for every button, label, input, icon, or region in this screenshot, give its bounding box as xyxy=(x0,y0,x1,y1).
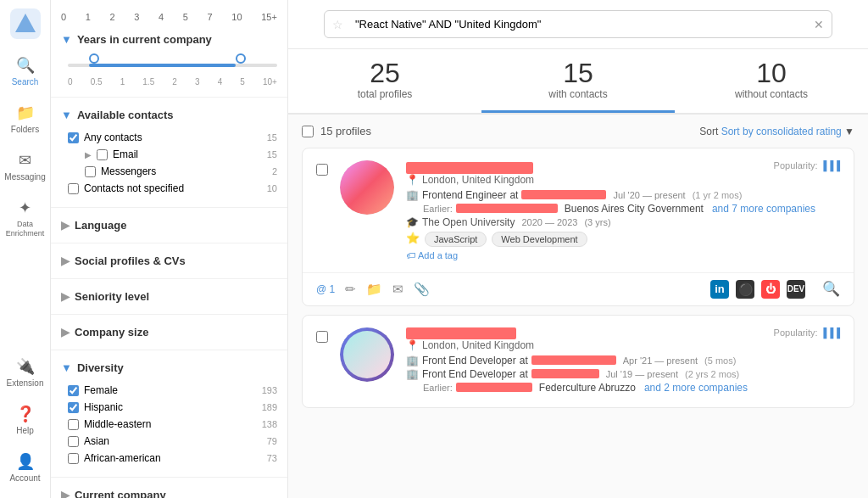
filter-language-section: ▶ Language xyxy=(51,211,287,239)
job-company-redacted-2a xyxy=(531,355,616,365)
filter-seniority-header[interactable]: ▶ Seniority level xyxy=(61,286,277,307)
more-companies-link-1[interactable]: and 7 more companies xyxy=(712,203,815,215)
job-dates-2b: Jul '19 — present xyxy=(606,369,678,379)
african-american-checkbox[interactable] xyxy=(68,453,79,464)
clear-search-icon[interactable]: ✕ xyxy=(814,18,824,31)
dev-icon[interactable]: DEV xyxy=(787,280,805,299)
job-title-1: Frontend Engineer xyxy=(422,189,506,201)
location-icon-1: 📍 xyxy=(406,174,419,186)
middle-eastern-item[interactable]: Middle-eastern 138 xyxy=(68,416,277,433)
profile-card-footer-1: @ 1 ✏ 📁 ✉ 📎 in ⚫ ⏻ DEV 🔍 xyxy=(303,272,854,305)
filter-social-label: Social profiles & CVs xyxy=(75,255,186,267)
sidebar-item-messaging[interactable]: ✉ Messaging xyxy=(3,144,47,188)
female-item[interactable]: Female 193 xyxy=(68,382,277,399)
select-all-checkbox[interactable] xyxy=(302,126,314,137)
profile-select-checkbox-1[interactable] xyxy=(316,164,328,176)
any-contacts-item[interactable]: Any contacts 15 xyxy=(68,129,277,146)
app-logo[interactable] xyxy=(10,8,41,39)
sidebar-item-folders[interactable]: 📁 Folders xyxy=(3,97,47,141)
popularity-1: Popularity: ▐▐▐ xyxy=(774,160,840,171)
add-tag-1[interactable]: 🏷 Add a tag xyxy=(406,250,840,260)
tag-web-development[interactable]: Web Development xyxy=(492,232,587,247)
job-at-2b: at xyxy=(520,368,528,380)
email-icon[interactable]: ✉ xyxy=(392,282,403,297)
asian-item[interactable]: Asian 79 xyxy=(68,433,277,450)
email-checkbox[interactable] xyxy=(97,149,108,160)
filter-years-header[interactable]: ▼ Years in current company xyxy=(61,29,277,50)
messengers-label: Messengers xyxy=(101,165,156,177)
filter-language-header[interactable]: ▶ Language xyxy=(61,215,277,236)
folders-icon: 📁 xyxy=(16,104,35,122)
sort-by: Sort Sort by consolidated rating ▼ xyxy=(699,126,854,137)
filter-current-company-header[interactable]: ▶ Current company xyxy=(61,484,277,498)
female-checkbox[interactable] xyxy=(68,385,79,396)
search-input[interactable] xyxy=(324,10,832,38)
years-slider[interactable] xyxy=(68,57,277,74)
profile-select-checkbox-2[interactable] xyxy=(316,331,328,343)
stat-total[interactable]: 25 total profiles xyxy=(288,49,481,113)
stat-without-contacts[interactable]: 10 without contacts xyxy=(675,49,868,113)
tag-javascript[interactable]: JavaScript xyxy=(425,232,487,247)
folder-icon[interactable]: 📁 xyxy=(366,282,382,297)
hispanic-count: 189 xyxy=(262,402,277,412)
sidebar-item-data-enrichment[interactable]: ✦ Data Enrichment xyxy=(3,192,47,245)
earlier-company-2: Federculture Abruzzo xyxy=(539,382,636,394)
slider-thumb-right[interactable] xyxy=(236,53,246,64)
filter-years-label: Years in current company xyxy=(77,33,212,46)
middle-eastern-count: 138 xyxy=(262,419,277,429)
attach-icon[interactable]: 📎 xyxy=(414,282,430,297)
filter-social-header[interactable]: ▶ Social profiles & CVs xyxy=(61,250,277,271)
edit-icon[interactable]: ✏ xyxy=(345,282,356,297)
help-icon: ❓ xyxy=(16,405,35,423)
asian-checkbox[interactable] xyxy=(68,436,79,447)
filter-diversity-section: ▼ Diversity Female 193 Hispanic 189 Midd… xyxy=(51,354,287,473)
search-bar-container: ☆ ✕ xyxy=(288,0,868,49)
profile-checkbox-1[interactable] xyxy=(316,160,328,260)
messengers-item[interactable]: Messengers 2 xyxy=(68,163,277,180)
sidebar-item-data-enrichment-label: Data Enrichment xyxy=(6,220,45,238)
results-area: 15 profiles Sort Sort by consolidated ra… xyxy=(288,115,868,498)
edu-icon-1: 🎓 xyxy=(406,216,419,228)
slider-top-ticks: 01234571015+ xyxy=(61,12,277,22)
sidebar-item-account[interactable]: 👤 Account xyxy=(3,445,47,490)
hispanic-checkbox[interactable] xyxy=(68,402,79,413)
stat-with-contacts[interactable]: 15 with contacts xyxy=(481,49,675,113)
filter-contacts-header[interactable]: ▼ Available contacts xyxy=(61,104,277,126)
portfolio-icon[interactable]: ⏻ xyxy=(761,280,780,299)
sidebar-item-account-label: Account xyxy=(9,473,40,483)
stat-without-contacts-number: 10 xyxy=(688,59,854,87)
sidebar-item-help[interactable]: ❓ Help xyxy=(3,398,47,442)
contact-count-icon[interactable]: @ 1 xyxy=(316,283,335,295)
profile-tags-1: ⭐ JavaScript Web Development xyxy=(406,232,840,247)
star-tag-icon: ⭐ xyxy=(406,232,420,247)
contacts-not-specified-item[interactable]: Contacts not specified 10 xyxy=(68,180,277,197)
filter-years-section: ▼ Years in current company 00.511.523451… xyxy=(51,25,287,93)
sidebar-item-search[interactable]: 🔍 Search xyxy=(3,49,47,93)
african-american-item[interactable]: African-american 73 xyxy=(68,450,277,467)
profile-avatar-2 xyxy=(340,327,394,382)
email-item[interactable]: ▶ Email 15 xyxy=(68,146,277,163)
hispanic-item[interactable]: Hispanic 189 xyxy=(68,399,277,416)
job-duration-1: (1 yr 2 mos) xyxy=(693,190,743,200)
any-contacts-count: 15 xyxy=(267,132,277,143)
social-links-1: in ⚫ ⏻ DEV xyxy=(710,280,805,299)
filter-contacts-label: Available contacts xyxy=(77,109,174,121)
middle-eastern-checkbox[interactable] xyxy=(68,419,79,430)
filter-company-size-header[interactable]: ▶ Company size xyxy=(61,322,277,343)
middle-eastern-label: Middle-eastern xyxy=(84,418,151,430)
filter-diversity-header[interactable]: ▼ Diversity xyxy=(61,357,277,378)
building-icon-1: 🏢 xyxy=(406,189,419,201)
more-companies-link-2[interactable]: and 2 more companies xyxy=(644,382,748,394)
sort-link[interactable]: Sort by consolidated rating xyxy=(721,126,842,137)
messengers-checkbox[interactable] xyxy=(85,166,96,177)
search-person-icon-1[interactable]: 🔍 xyxy=(822,280,840,298)
filters-panel: 01234571015+ ▼ Years in current company … xyxy=(51,0,288,498)
profile-avatar-1 xyxy=(340,160,394,215)
linkedin-icon[interactable]: in xyxy=(710,280,729,299)
slider-thumb-left[interactable] xyxy=(89,53,99,64)
any-contacts-checkbox[interactable] xyxy=(68,132,79,143)
contacts-not-specified-checkbox[interactable] xyxy=(68,183,79,194)
github-icon[interactable]: ⚫ xyxy=(736,280,754,299)
profile-checkbox-2[interactable] xyxy=(316,327,328,395)
sidebar-item-extension[interactable]: 🔌 Extension xyxy=(3,350,47,394)
